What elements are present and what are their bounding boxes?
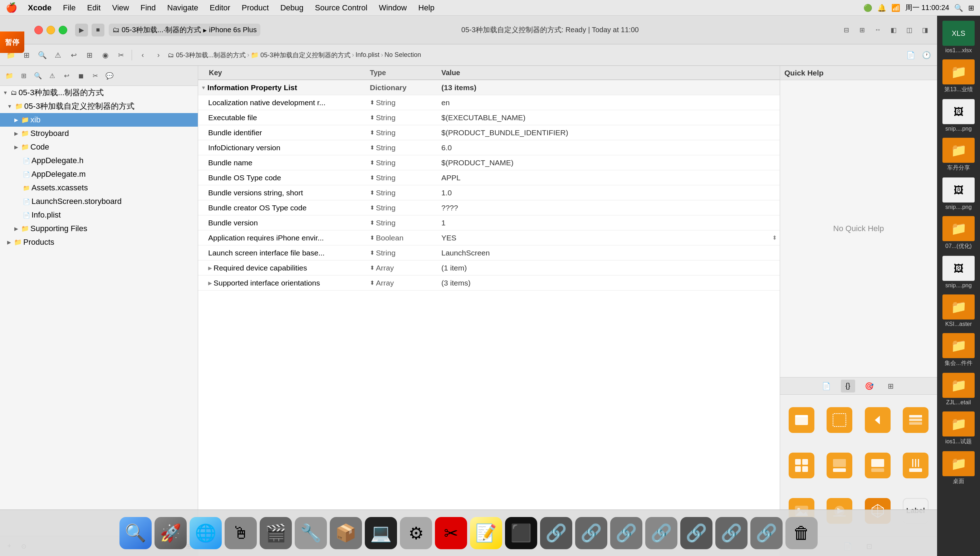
inspector-toggle[interactable]: ◨ bbox=[919, 24, 932, 37]
menu-product[interactable]: Product bbox=[240, 3, 271, 13]
right-file-png3[interactable]: 🖼 snip....png bbox=[939, 254, 978, 290]
tree-item-main-folder[interactable]: ▼ 📁 05-3种加载自定义控制器的方式 bbox=[0, 99, 198, 113]
menu-source-control[interactable]: Source Control bbox=[313, 3, 370, 13]
boolean-stepper[interactable]: ⬍ bbox=[772, 234, 777, 241]
type-stepper-icon-5[interactable]: ⬍ bbox=[370, 174, 374, 181]
breadcrumb-item-3[interactable]: No Selection bbox=[385, 51, 421, 59]
run-button[interactable]: ▶ bbox=[75, 24, 88, 37]
plist-row-4[interactable]: Bundle name ⬍ String $(PRODUCT_NAME) bbox=[198, 155, 780, 170]
editor-assistant-icon[interactable]: ⊞ bbox=[856, 24, 869, 37]
right-file-folder5[interactable]: 📁 集会...件件 bbox=[939, 332, 978, 369]
tree-item-appdelegate-m[interactable]: 📄 AppDelegate.m bbox=[0, 167, 198, 181]
widget-toolbar[interactable] bbox=[897, 443, 934, 488]
type-stepper-icon-12[interactable]: ⬍ bbox=[370, 280, 374, 286]
type-stepper-icon-8[interactable]: ⬍ bbox=[370, 219, 374, 226]
search-icon-bar[interactable]: 🔍 bbox=[954, 3, 963, 12]
dock-iterm[interactable]: ⬛ bbox=[505, 517, 537, 549]
widget-tab-bar[interactable] bbox=[821, 443, 858, 488]
type-stepper-icon-7[interactable]: ⬍ bbox=[370, 204, 374, 211]
type-stepper-icon[interactable]: ⬍ bbox=[370, 99, 374, 106]
sidebar-warning-icon[interactable]: ⚠ bbox=[47, 70, 58, 82]
breadcrumb-item-1[interactable]: 📁 05-3种加载自定义控制器的方式 bbox=[251, 51, 350, 60]
dock-app7[interactable]: 🔗 bbox=[750, 517, 783, 549]
dock-safari[interactable]: 🌐 bbox=[190, 517, 222, 549]
widget-view-controller[interactable] bbox=[783, 398, 820, 442]
menu-editor[interactable]: Editor bbox=[208, 3, 232, 13]
widget-navigation-bar[interactable] bbox=[859, 443, 896, 488]
menu-debug[interactable]: Debug bbox=[278, 3, 306, 13]
right-file-folder4[interactable]: 📁 KSI...aster bbox=[939, 293, 978, 329]
navigator-toggle[interactable]: ◧ bbox=[887, 24, 900, 37]
sidebar-grid-icon[interactable]: ⊞ bbox=[18, 70, 29, 82]
type-stepper-icon-11[interactable]: ⬍ bbox=[370, 264, 374, 271]
plist-row-9[interactable]: Application requires iPhone envir... ⬍ B… bbox=[198, 230, 780, 246]
dock-app5[interactable]: 🔗 bbox=[680, 517, 712, 549]
plist-root-row[interactable]: ▼ Information Property List Dictionary (… bbox=[198, 80, 780, 95]
stop-button[interactable]: ■ bbox=[92, 24, 105, 37]
apple-menu[interactable]: 🍎 bbox=[6, 2, 17, 13]
tree-item-project-root[interactable]: ▼ 🗂 05-3种加载...制器的方式 bbox=[0, 86, 198, 99]
search-icon-btn[interactable]: 🔍 bbox=[36, 48, 48, 61]
tree-item-info-plist[interactable]: 📄 Info.plist bbox=[0, 208, 198, 222]
inspector-tab-file[interactable]: 📄 bbox=[819, 380, 834, 393]
dock-installer[interactable]: 📦 bbox=[330, 517, 362, 549]
menu-xcode[interactable]: Xcode bbox=[26, 3, 54, 13]
diff-icon-btn[interactable]: ◉ bbox=[99, 48, 111, 61]
dock-app2[interactable]: 🔗 bbox=[575, 517, 607, 549]
tree-item-xib[interactable]: ▶ 📁 xib bbox=[0, 113, 198, 127]
dock-app1[interactable]: 🔗 bbox=[540, 517, 572, 549]
tree-item-products[interactable]: ▶ 📁 Products bbox=[0, 236, 198, 249]
right-file-folder2[interactable]: 📁 车丹分享 bbox=[939, 136, 978, 173]
plist-row-11[interactable]: ▶ Required device capabilities ⬍ Array (… bbox=[198, 260, 780, 275]
widget-back-button[interactable] bbox=[859, 398, 896, 442]
menu-navigate[interactable]: Navigate bbox=[165, 3, 201, 13]
type-stepper-icon-6[interactable]: ⬍ bbox=[370, 189, 374, 196]
close-button[interactable] bbox=[34, 26, 43, 34]
dock-mouse[interactable]: 🖱 bbox=[225, 517, 257, 549]
plist-row-12[interactable]: ▶ Supported interface orientations ⬍ Arr… bbox=[198, 275, 780, 291]
plist-row-7[interactable]: Bundle creator OS Type code ⬍ String ???… bbox=[198, 200, 780, 215]
plist-row-10[interactable]: Launch screen interface file base... ⬍ S… bbox=[198, 246, 780, 260]
dock-notes[interactable]: 📝 bbox=[470, 517, 502, 549]
debug-toggle[interactable]: ◫ bbox=[903, 24, 916, 37]
sidebar-record-icon[interactable]: ◼ bbox=[75, 70, 87, 82]
menu-find[interactable]: Find bbox=[139, 3, 158, 13]
dock-terminal[interactable]: 💻 bbox=[365, 517, 397, 549]
grid-icon-btn[interactable]: ⊞ bbox=[83, 48, 96, 61]
right-file-png2[interactable]: 🖼 snip....png bbox=[939, 176, 978, 212]
inspector-tab-grid[interactable]: ⊞ bbox=[884, 380, 898, 393]
dock-settings[interactable]: ⚙ bbox=[400, 517, 432, 549]
maximize-button[interactable] bbox=[59, 26, 67, 34]
menu-window[interactable]: Window bbox=[377, 3, 409, 13]
sidebar-chat-icon[interactable]: 💬 bbox=[104, 70, 115, 82]
tree-item-storyboard[interactable]: ▶ 📁 Stroyboard bbox=[0, 127, 198, 140]
dock-trash[interactable]: 🗑 bbox=[785, 517, 817, 549]
plist-row-3[interactable]: InfoDictionary version ⬍ String 6.0 bbox=[198, 140, 780, 155]
dock-tools[interactable]: 🔧 bbox=[295, 517, 327, 549]
editor-version-icon[interactable]: ↔ bbox=[871, 24, 884, 37]
sidebar-history-icon[interactable]: ↩ bbox=[61, 70, 72, 82]
tree-item-supporting-files[interactable]: ▶ 📁 Supporting Files bbox=[0, 222, 198, 236]
dock-app4[interactable]: 🔗 bbox=[645, 517, 677, 549]
undo-icon-btn[interactable]: ↩ bbox=[67, 48, 80, 61]
scheme-selector[interactable]: 🗂 05-3种加载...·制器的方式 ▸ iPhone 6s Plus bbox=[109, 24, 260, 36]
clock-icon-btn[interactable]: 🕐 bbox=[920, 48, 933, 61]
menu-help[interactable]: Help bbox=[416, 3, 437, 13]
breadcrumb-item-0[interactable]: 🗂 05-3种加载...制器的方式 bbox=[168, 51, 246, 60]
menu-file[interactable]: File bbox=[61, 3, 77, 13]
right-file-folder8[interactable]: 📁 桌面 bbox=[939, 450, 978, 486]
tree-item-launch-storyboard[interactable]: 📄 LaunchScreen.storyboard bbox=[0, 195, 198, 208]
right-file-folder6[interactable]: 📁 ZJL...etail bbox=[939, 372, 978, 407]
right-file-folder1[interactable]: 📁 第13...业绩 bbox=[939, 58, 978, 95]
nav-forward-btn[interactable]: › bbox=[152, 48, 165, 61]
dock-finder[interactable]: 🔍 bbox=[119, 517, 152, 549]
tree-item-appdelegate-h[interactable]: 📄 AppDelegate.h bbox=[0, 154, 198, 167]
widget-container-view[interactable] bbox=[821, 398, 858, 442]
inspector-tab-code[interactable]: {} bbox=[841, 380, 855, 393]
type-stepper-icon-9[interactable]: ⬍ bbox=[370, 234, 374, 241]
editor-standard-icon[interactable]: ⊟ bbox=[840, 24, 853, 37]
type-stepper-icon-3[interactable]: ⬍ bbox=[370, 144, 374, 151]
plist-row-1[interactable]: Executable file ⬍ String $(EXECUTABLE_NA… bbox=[198, 110, 780, 125]
right-file-png1[interactable]: 🖼 snip....png bbox=[939, 98, 978, 133]
inspector-tab-target[interactable]: 🎯 bbox=[862, 380, 877, 393]
